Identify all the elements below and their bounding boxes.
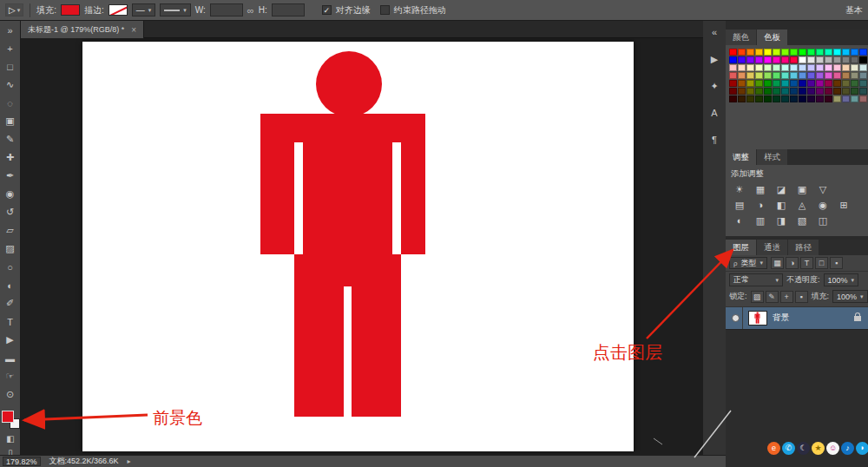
taskbar-icon-moon[interactable]: ☾: [797, 442, 810, 455]
eyedropper-tool[interactable]: ✎: [0, 130, 21, 148]
adjustment-icon[interactable]: ◬: [793, 198, 811, 212]
color-swatch[interactable]: [833, 49, 841, 56]
adjustment-icon[interactable]: ▥: [752, 214, 769, 227]
color-swatch[interactable]: [859, 80, 867, 87]
color-swatch[interactable]: [859, 56, 867, 63]
width-input[interactable]: [210, 3, 243, 16]
blend-mode-dropdown[interactable]: 正常 ▾: [729, 273, 783, 286]
color-swatch[interactable]: [825, 72, 832, 79]
type-tool[interactable]: T: [0, 312, 21, 331]
hand-tool[interactable]: ☞: [0, 367, 21, 385]
color-swatch[interactable]: [807, 72, 815, 79]
color-swatch[interactable]: [746, 49, 754, 56]
color-swatch[interactable]: [790, 88, 798, 95]
adjustment-icon[interactable]: ▧: [793, 214, 811, 227]
lasso-tool[interactable]: ∿: [0, 76, 21, 94]
color-swatch[interactable]: [755, 88, 763, 95]
history-brush-tool[interactable]: ↺: [0, 203, 21, 221]
color-swatch[interactable]: [773, 72, 780, 79]
color-swatch[interactable]: [851, 64, 858, 71]
color-swatch[interactable]: [729, 49, 737, 56]
layer-filter-icon[interactable]: □: [815, 257, 828, 269]
paragraph-panel-icon[interactable]: ¶: [705, 132, 724, 148]
toolbar-collapse-chevron[interactable]: »: [0, 21, 21, 39]
color-swatch[interactable]: [842, 88, 850, 95]
color-swatch[interactable]: [790, 56, 798, 63]
color-swatch[interactable]: [764, 80, 772, 87]
color-swatch[interactable]: [746, 64, 754, 71]
color-swatch[interactable]: [781, 72, 789, 79]
color-swatch[interactable]: [842, 72, 850, 79]
link-dimensions-icon[interactable]: ∞: [247, 5, 254, 16]
adjustment-icon[interactable]: ☀: [731, 182, 748, 196]
healing-brush-tool[interactable]: ✚: [0, 148, 21, 167]
stroke-color-swatch[interactable]: [108, 4, 128, 16]
canvas[interactable]: [82, 42, 634, 451]
color-swatch[interactable]: [825, 56, 832, 63]
color-swatch[interactable]: [764, 56, 772, 63]
adjustment-icon[interactable]: ▤: [731, 198, 748, 212]
color-swatch[interactable]: [790, 72, 798, 79]
color-swatch[interactable]: [842, 49, 850, 56]
color-swatch[interactable]: [764, 72, 772, 79]
color-swatch[interactable]: [755, 95, 763, 102]
color-swatch[interactable]: [764, 88, 772, 95]
color-swatch[interactable]: [799, 64, 806, 71]
color-swatch[interactable]: [859, 95, 867, 102]
color-swatch[interactable]: [755, 80, 763, 87]
adjustments-tab[interactable]: 样式: [757, 149, 787, 165]
layers-tab[interactable]: 图层: [726, 240, 756, 255]
color-swatch[interactable]: [825, 88, 832, 95]
color-swatch[interactable]: [746, 72, 754, 79]
color-swatch[interactable]: [729, 64, 737, 71]
color-swatch[interactable]: [833, 72, 841, 79]
layer-row-background[interactable]: 背景: [726, 307, 868, 330]
color-swatch[interactable]: [781, 80, 789, 87]
color-swatch[interactable]: [807, 64, 815, 71]
color-swatch[interactable]: [825, 95, 832, 102]
color-swatch[interactable]: [773, 80, 780, 87]
color-swatch[interactable]: [773, 95, 780, 102]
document-tab[interactable]: 未标题-1 @ 179%(RGB/8) * ×: [21, 21, 144, 38]
color-swatch[interactable]: [764, 49, 772, 56]
color-swatch[interactable]: [790, 64, 798, 71]
color-swatch[interactable]: [816, 64, 824, 71]
color-swatch[interactable]: [807, 49, 815, 56]
color-swatch[interactable]: [738, 72, 746, 79]
brush-panel-icon[interactable]: ✦: [705, 78, 724, 94]
fill-color-swatch[interactable]: [61, 4, 80, 16]
color-swatch[interactable]: [781, 56, 789, 63]
adjustment-icon[interactable]: ◧: [773, 198, 790, 212]
color-swatch[interactable]: [842, 95, 850, 102]
color-swatch[interactable]: [859, 64, 867, 71]
gradient-tool[interactable]: ▨: [0, 240, 21, 258]
adjustment-icon[interactable]: ▽: [814, 182, 832, 196]
color-swatch[interactable]: [746, 95, 754, 102]
marquee-tool[interactable]: □: [0, 57, 21, 76]
color-swatch[interactable]: [859, 49, 867, 56]
clone-stamp-tool[interactable]: ◉: [0, 185, 21, 203]
layer-filter-icon[interactable]: ▦: [771, 257, 784, 269]
color-swatch[interactable]: [729, 95, 737, 102]
color-swatch[interactable]: [781, 64, 789, 71]
adjustment-icon[interactable]: ◪: [773, 182, 790, 196]
color-swatch[interactable]: [738, 56, 746, 63]
dodge-tool[interactable]: ◐: [0, 276, 21, 294]
color-swatch[interactable]: [851, 95, 858, 102]
lock-option-icon[interactable]: ▪: [795, 291, 808, 303]
color-swatch[interactable]: [790, 95, 798, 102]
collapse-dock-icon[interactable]: «: [705, 24, 724, 40]
color-swatch[interactable]: [833, 64, 841, 71]
color-swatch[interactable]: [738, 64, 746, 71]
color-swatch[interactable]: [816, 95, 824, 102]
color-swatch[interactable]: [816, 80, 824, 87]
constrain-path-checkbox[interactable]: [380, 5, 390, 15]
filter-type-dropdown[interactable]: ρ 类型 ▾: [729, 257, 767, 269]
color-swatch[interactable]: [825, 64, 832, 71]
color-swatch[interactable]: [851, 88, 858, 95]
color-swatch[interactable]: [799, 88, 806, 95]
color-swatch[interactable]: [790, 49, 798, 56]
taskbar-icon-smiley[interactable]: ☺: [826, 442, 839, 455]
taskbar-icon-star[interactable]: ★: [812, 442, 825, 455]
color-swatch[interactable]: [833, 95, 841, 102]
